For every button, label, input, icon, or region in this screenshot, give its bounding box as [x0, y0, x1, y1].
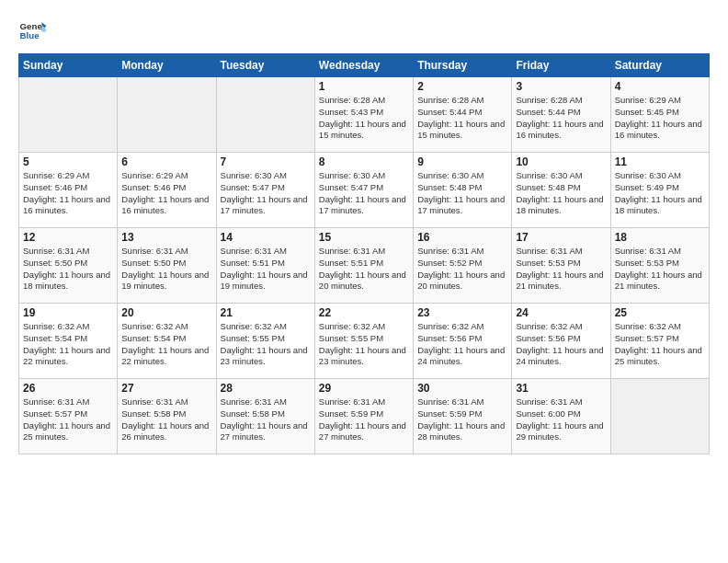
daylight-text: Daylight: 11 hours and 16 minutes.: [516, 119, 606, 143]
calendar-cell: 1Sunrise: 6:28 AMSunset: 5:43 PMDaylight…: [314, 77, 413, 153]
weekday-friday: Friday: [512, 54, 610, 77]
daylight-text: Daylight: 11 hours and 27 minutes.: [319, 420, 409, 444]
daylight-text: Daylight: 11 hours and 16 minutes.: [23, 194, 113, 218]
calendar-header: SundayMondayTuesdayWednesdayThursdayFrid…: [19, 54, 710, 77]
calendar-cell: 6Sunrise: 6:29 AMSunset: 5:46 PMDaylight…: [118, 153, 216, 228]
daylight-text: Daylight: 11 hours and 23 minutes.: [319, 345, 409, 369]
sunrise-text: Sunrise: 6:31 AM: [615, 246, 705, 258]
sunrise-text: Sunrise: 6:30 AM: [417, 170, 507, 182]
sunrise-text: Sunrise: 6:31 AM: [121, 396, 211, 408]
calendar-cell: 26Sunrise: 6:31 AMSunset: 5:57 PMDayligh…: [19, 379, 118, 454]
sunset-text: Sunset: 5:50 PM: [121, 258, 211, 270]
sunset-text: Sunset: 5:59 PM: [319, 408, 409, 420]
sunrise-text: Sunrise: 6:32 AM: [516, 321, 606, 333]
day-number: 6: [121, 155, 211, 168]
day-info: Sunrise: 6:31 AMSunset: 5:50 PMDaylight:…: [121, 246, 211, 293]
sunset-text: Sunset: 5:50 PM: [23, 258, 113, 270]
daylight-text: Daylight: 11 hours and 18 minutes.: [23, 270, 113, 293]
sunset-text: Sunset: 5:54 PM: [23, 333, 113, 345]
calendar-cell: 30Sunrise: 6:31 AMSunset: 5:59 PMDayligh…: [414, 379, 512, 454]
day-number: 3: [516, 80, 606, 93]
day-info: Sunrise: 6:32 AMSunset: 5:57 PMDaylight:…: [615, 321, 705, 368]
sunset-text: Sunset: 5:55 PM: [319, 333, 409, 345]
calendar-cell: 31Sunrise: 6:31 AMSunset: 6:00 PMDayligh…: [512, 379, 610, 454]
day-number: 31: [516, 382, 606, 395]
weekday-monday: Monday: [118, 54, 216, 77]
day-info: Sunrise: 6:31 AMSunset: 5:59 PMDaylight:…: [417, 396, 507, 443]
sunrise-text: Sunrise: 6:31 AM: [221, 246, 311, 258]
calendar-cell: 25Sunrise: 6:32 AMSunset: 5:57 PMDayligh…: [610, 304, 709, 379]
sunrise-text: Sunrise: 6:31 AM: [319, 246, 409, 258]
sunrise-text: Sunrise: 6:31 AM: [319, 396, 409, 408]
daylight-text: Daylight: 11 hours and 24 minutes.: [417, 345, 507, 369]
day-number: 2: [417, 80, 507, 93]
day-info: Sunrise: 6:31 AMSunset: 5:53 PMDaylight:…: [516, 246, 606, 293]
daylight-text: Daylight: 11 hours and 27 minutes.: [221, 420, 311, 444]
page: General Blue SundayMondayTuesdayWednesda…: [0, 0, 728, 563]
day-number: 9: [417, 155, 507, 168]
day-info: Sunrise: 6:31 AMSunset: 5:51 PMDaylight:…: [319, 246, 409, 293]
sunrise-text: Sunrise: 6:29 AM: [23, 170, 113, 182]
sunset-text: Sunset: 5:57 PM: [23, 408, 113, 420]
day-info: Sunrise: 6:30 AMSunset: 5:47 PMDaylight:…: [221, 170, 311, 217]
daylight-text: Daylight: 11 hours and 25 minutes.: [23, 420, 113, 444]
daylight-text: Daylight: 11 hours and 23 minutes.: [221, 345, 311, 369]
weekday-thursday: Thursday: [414, 54, 512, 77]
sunset-text: Sunset: 5:51 PM: [319, 258, 409, 270]
calendar-cell: 8Sunrise: 6:30 AMSunset: 5:47 PMDaylight…: [314, 153, 413, 228]
calendar-cell: 9Sunrise: 6:30 AMSunset: 5:48 PMDaylight…: [414, 153, 512, 228]
day-info: Sunrise: 6:29 AMSunset: 5:46 PMDaylight:…: [121, 170, 211, 217]
daylight-text: Daylight: 11 hours and 17 minutes.: [319, 194, 409, 218]
daylight-text: Daylight: 11 hours and 17 minutes.: [417, 194, 507, 218]
daylight-text: Daylight: 11 hours and 24 minutes.: [516, 345, 606, 369]
day-info: Sunrise: 6:31 AMSunset: 5:53 PMDaylight:…: [615, 246, 705, 293]
sunrise-text: Sunrise: 6:31 AM: [417, 246, 507, 258]
day-number: 5: [23, 155, 113, 168]
daylight-text: Daylight: 11 hours and 17 minutes.: [221, 194, 311, 218]
sunset-text: Sunset: 5:47 PM: [221, 182, 311, 194]
day-number: 11: [615, 155, 705, 168]
day-info: Sunrise: 6:30 AMSunset: 5:48 PMDaylight:…: [417, 170, 507, 217]
day-number: 16: [417, 231, 507, 244]
calendar-cell: 28Sunrise: 6:31 AMSunset: 5:58 PMDayligh…: [216, 379, 314, 454]
calendar-cell: 21Sunrise: 6:32 AMSunset: 5:55 PMDayligh…: [216, 304, 314, 379]
week-row-2: 5Sunrise: 6:29 AMSunset: 5:46 PMDaylight…: [19, 153, 710, 228]
daylight-text: Daylight: 11 hours and 18 minutes.: [615, 194, 705, 218]
calendar-cell: [216, 77, 314, 153]
sunrise-text: Sunrise: 6:32 AM: [121, 321, 211, 333]
day-number: 27: [121, 382, 211, 395]
weekday-sunday: Sunday: [19, 54, 118, 77]
day-info: Sunrise: 6:31 AMSunset: 5:51 PMDaylight:…: [221, 246, 311, 293]
sunset-text: Sunset: 5:51 PM: [221, 258, 311, 270]
day-number: 1: [319, 80, 409, 93]
sunrise-text: Sunrise: 6:30 AM: [615, 170, 705, 182]
daylight-text: Daylight: 11 hours and 21 minutes.: [516, 270, 606, 293]
calendar-cell: 2Sunrise: 6:28 AMSunset: 5:44 PMDaylight…: [414, 77, 512, 153]
daylight-text: Daylight: 11 hours and 26 minutes.: [121, 420, 211, 444]
sunrise-text: Sunrise: 6:29 AM: [615, 95, 705, 107]
day-info: Sunrise: 6:28 AMSunset: 5:44 PMDaylight:…: [417, 95, 507, 142]
weekday-wednesday: Wednesday: [314, 54, 413, 77]
day-info: Sunrise: 6:30 AMSunset: 5:49 PMDaylight:…: [615, 170, 705, 217]
daylight-text: Daylight: 11 hours and 22 minutes.: [121, 345, 211, 369]
sunrise-text: Sunrise: 6:31 AM: [221, 396, 311, 408]
calendar-cell: [610, 379, 709, 454]
calendar-cell: 7Sunrise: 6:30 AMSunset: 5:47 PMDaylight…: [216, 153, 314, 228]
day-info: Sunrise: 6:32 AMSunset: 5:56 PMDaylight:…: [417, 321, 507, 368]
sunset-text: Sunset: 5:48 PM: [516, 182, 606, 194]
day-info: Sunrise: 6:32 AMSunset: 5:54 PMDaylight:…: [23, 321, 113, 368]
sunrise-text: Sunrise: 6:28 AM: [319, 95, 409, 107]
day-info: Sunrise: 6:32 AMSunset: 5:56 PMDaylight:…: [516, 321, 606, 368]
sunrise-text: Sunrise: 6:30 AM: [516, 170, 606, 182]
logo: General Blue: [18, 17, 48, 44]
calendar-cell: 23Sunrise: 6:32 AMSunset: 5:56 PMDayligh…: [414, 304, 512, 379]
day-number: 24: [516, 306, 606, 319]
sunrise-text: Sunrise: 6:30 AM: [319, 170, 409, 182]
sunrise-text: Sunrise: 6:31 AM: [417, 396, 507, 408]
sunset-text: Sunset: 5:49 PM: [615, 182, 705, 194]
day-number: 25: [615, 306, 705, 319]
calendar-cell: 20Sunrise: 6:32 AMSunset: 5:54 PMDayligh…: [118, 304, 216, 379]
sunrise-text: Sunrise: 6:31 AM: [516, 246, 606, 258]
day-number: 10: [516, 155, 606, 168]
sunrise-text: Sunrise: 6:32 AM: [615, 321, 705, 333]
